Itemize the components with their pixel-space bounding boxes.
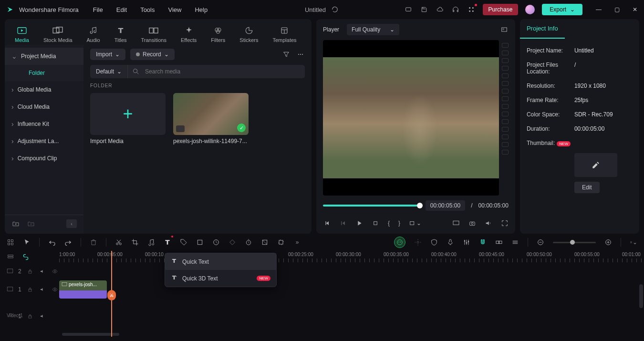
apps-icon[interactable]	[467, 5, 476, 14]
mixer-icon[interactable]	[463, 238, 470, 246]
track-body[interactable]: pexels-josh...	[59, 279, 644, 300]
sidebar-item-folder[interactable]: Folder	[5, 65, 83, 81]
sidebar-item-global-media[interactable]: Global Media	[5, 81, 83, 98]
cut-icon[interactable]	[115, 238, 123, 246]
track-body[interactable]	[59, 308, 644, 324]
prev-frame-icon[interactable]	[323, 219, 331, 227]
select-tool-icon[interactable]	[7, 238, 14, 246]
lock-icon[interactable]	[26, 268, 34, 275]
mic-icon[interactable]	[447, 238, 454, 246]
mute-icon[interactable]	[39, 268, 46, 275]
vertical-scrollbar[interactable]	[639, 284, 643, 308]
purchase-button[interactable]: Purchase	[483, 4, 519, 15]
device-icon[interactable]	[404, 5, 413, 14]
tab-filters[interactable]: Filters	[208, 24, 228, 45]
thumbnail-box[interactable]	[574, 153, 617, 177]
tab-transitions[interactable]: Transitions	[138, 24, 169, 45]
maximize-icon[interactable]: ▢	[613, 5, 621, 14]
markers-icon[interactable]	[511, 238, 519, 246]
add-folder-icon[interactable]	[11, 219, 20, 228]
text-tool-icon[interactable]	[164, 238, 171, 246]
zoom-slider[interactable]	[553, 242, 596, 243]
mute-icon[interactable]	[39, 312, 46, 320]
sidebar-item-cloud-media[interactable]: Cloud Media	[5, 98, 83, 115]
play-reverse-icon[interactable]	[339, 219, 347, 227]
adjust-icon[interactable]	[277, 238, 285, 246]
playhead-cut-handle[interactable]	[107, 290, 116, 300]
sidebar-item-project-media[interactable]: Project Media	[5, 48, 83, 65]
horizontal-scrollbar[interactable]	[62, 333, 119, 336]
headphones-icon[interactable]	[451, 5, 460, 14]
camera-icon[interactable]	[468, 219, 476, 227]
redo-icon[interactable]	[64, 238, 72, 246]
keyframe-icon[interactable]	[229, 238, 236, 246]
tab-stock-media[interactable]: Stock Media	[41, 24, 75, 45]
quick-3d-text-item[interactable]: Quick 3D Text NEW	[165, 270, 276, 287]
volume-icon[interactable]	[485, 219, 492, 227]
track-layout-icon[interactable]	[7, 253, 14, 261]
mark-out-icon[interactable]: }	[398, 220, 400, 227]
import-dropdown[interactable]: Import⌄	[90, 49, 125, 60]
quick-text-item[interactable]: Quick Text	[165, 253, 276, 270]
lock-icon[interactable]	[26, 312, 34, 320]
crop-icon[interactable]	[131, 238, 139, 246]
menu-view[interactable]: View	[168, 6, 181, 13]
visibility-icon[interactable]	[51, 286, 59, 293]
mark-in-icon[interactable]: {	[388, 220, 390, 227]
record-dropdown[interactable]: Record⌄	[130, 49, 175, 60]
timeline-clip[interactable]: pexels-josh...	[59, 280, 107, 299]
delete-icon[interactable]	[90, 238, 97, 246]
color-icon[interactable]	[261, 238, 269, 246]
mute-icon[interactable]	[39, 286, 46, 293]
cursor-tool-icon[interactable]	[23, 238, 31, 246]
timeline-ruler[interactable]: 1:00:00 00:00:05:00 00:00:10 00:00:25:00…	[59, 251, 644, 263]
tab-templates[interactable]: Templates	[270, 24, 299, 45]
playhead[interactable]	[111, 251, 112, 337]
sidebar-item-influence-kit[interactable]: Influence Kit	[5, 115, 83, 133]
track-body[interactable]	[59, 263, 644, 279]
refresh-icon[interactable]	[331, 5, 339, 14]
save-icon[interactable]	[420, 5, 428, 14]
menu-help[interactable]: Help	[195, 6, 208, 13]
tab-media[interactable]: Media	[12, 24, 32, 45]
undo-icon[interactable]	[48, 238, 56, 246]
sidebar-item-adjustment-layer[interactable]: Adjustment La...	[5, 133, 83, 150]
more-tools-icon[interactable]: »	[293, 238, 301, 246]
menu-file[interactable]: File	[93, 6, 103, 13]
video-preview[interactable]	[323, 40, 499, 196]
snapshot-icon[interactable]	[500, 25, 509, 34]
ratio-dropdown[interactable]: ⌄	[409, 219, 421, 227]
more-icon[interactable]: ⋯	[296, 50, 305, 59]
sidebar-item-compound-clip[interactable]: Compound Clip	[5, 150, 83, 167]
menu-tools[interactable]: Tools	[140, 6, 155, 13]
export-button[interactable]: Export⌄	[542, 4, 582, 15]
sort-dropdown[interactable]: Default⌄	[90, 65, 128, 78]
magnet-icon[interactable]	[479, 238, 487, 246]
shield-icon[interactable]	[430, 238, 438, 246]
tab-stickers[interactable]: Stickers	[237, 24, 261, 45]
tab-effects[interactable]: Effects	[178, 24, 199, 45]
progress-slider[interactable]	[323, 205, 420, 207]
play-icon[interactable]	[355, 219, 363, 227]
remove-folder-icon[interactable]	[27, 219, 35, 228]
stop-icon[interactable]	[372, 219, 379, 227]
search-input[interactable]	[140, 65, 305, 78]
close-icon[interactable]: ✕	[631, 5, 639, 14]
speed-icon[interactable]	[212, 238, 220, 246]
filter-icon[interactable]	[282, 50, 291, 59]
music-icon[interactable]	[147, 238, 155, 246]
tab-audio[interactable]: Audio	[84, 24, 103, 45]
link-tracks-icon[interactable]	[22, 253, 30, 261]
project-info-tab[interactable]: Project Info	[520, 19, 565, 39]
timer-icon[interactable]	[245, 238, 252, 246]
profile-avatar[interactable]	[525, 5, 535, 14]
zoom-out-icon[interactable]	[537, 238, 544, 246]
collapse-sidebar-button[interactable]: ‹	[66, 219, 77, 228]
import-media-card[interactable]: + Import Media	[90, 93, 166, 145]
mask-icon[interactable]	[196, 238, 204, 246]
edit-button[interactable]: Edit	[574, 182, 600, 193]
tab-titles[interactable]: Titles	[112, 24, 130, 45]
minimize-icon[interactable]: —	[594, 5, 603, 14]
tag-icon[interactable]	[180, 238, 187, 246]
fullscreen-icon[interactable]	[501, 219, 509, 227]
